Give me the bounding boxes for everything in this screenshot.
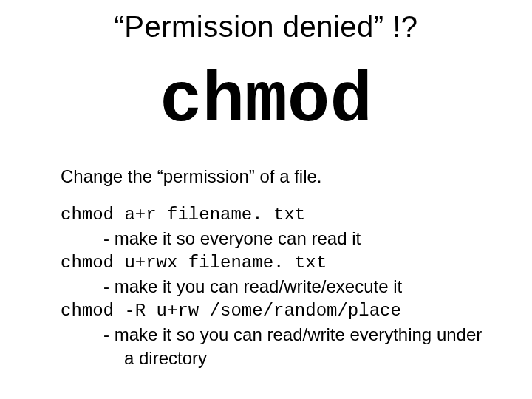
slide: “Permission denied” !? chmod Change the … — [0, 0, 532, 399]
examples: chmod a+r filename. txt make it so every… — [61, 203, 488, 371]
example-command: chmod -R u+rw /some/random/place — [61, 299, 488, 323]
example-explain: make it you can read/write/execute it — [61, 275, 488, 299]
command-heading: chmod — [0, 66, 532, 137]
slide-title: “Permission denied” !? — [0, 10, 532, 44]
example-explain-cont: a directory — [61, 347, 488, 370]
example-explain: make it so you can read/write everything… — [61, 323, 488, 347]
command-description: Change the “permission” of a file. — [61, 166, 322, 187]
example-explain: make it so everyone can read it — [61, 227, 488, 250]
example-command: chmod a+r filename. txt — [61, 203, 488, 227]
example-command: chmod u+rwx filename. txt — [61, 251, 488, 275]
